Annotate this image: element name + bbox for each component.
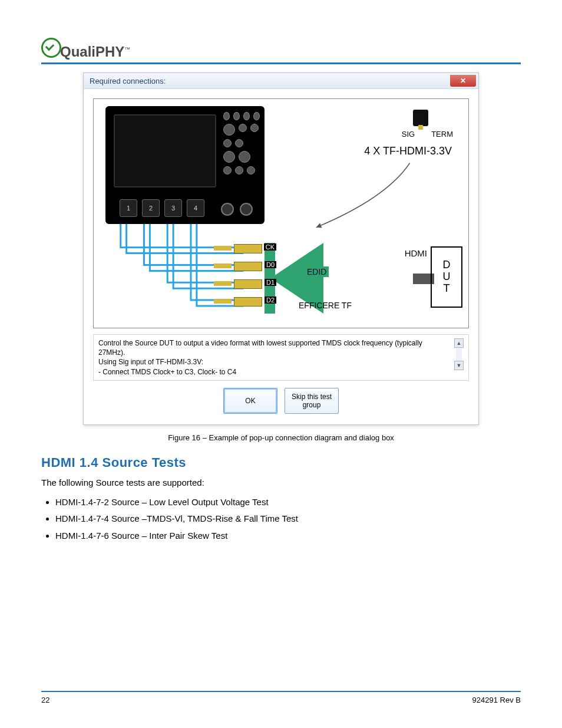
skip-test-group-button[interactable]: Skip this test group bbox=[285, 388, 339, 414]
ok-button[interactable]: OK bbox=[223, 388, 277, 414]
list-item: HDMI-1.4-7-2 Source – Low Level Output V… bbox=[55, 494, 521, 511]
intro-text: The following Source tests are supported… bbox=[41, 476, 521, 489]
probe-pin-labels: SIGTERM bbox=[402, 130, 453, 139]
dut-box: D U T bbox=[431, 246, 462, 308]
scope-ch1: 1 bbox=[120, 199, 137, 217]
logo-icon bbox=[41, 38, 61, 58]
test-list: HDMI-1.4-7-2 Source – Low Level Output V… bbox=[55, 494, 521, 545]
close-button[interactable]: ✕ bbox=[450, 75, 476, 87]
edid-label: EDID bbox=[305, 266, 329, 277]
oscilloscope-icon: 1 2 3 4 bbox=[105, 106, 265, 224]
dialog-title: Required connections: bbox=[90, 77, 166, 85]
instruction-scrollbar[interactable]: ▲ ▼ bbox=[454, 338, 464, 370]
scope-ch3: 3 bbox=[164, 199, 182, 217]
figure-caption: Figure 16 – Example of pop-up connection… bbox=[41, 433, 521, 442]
list-item: HDMI-1.4-7-4 Source –TMDS-Vl, TMDS-Rise … bbox=[55, 510, 521, 528]
scroll-down-icon[interactable]: ▼ bbox=[454, 361, 464, 370]
fixture-name: EFFICERE TF bbox=[299, 301, 352, 310]
dialog-titlebar: Required connections: ✕ bbox=[84, 73, 478, 88]
page-footer: 22 924291 Rev B bbox=[41, 691, 521, 704]
instruction-text: Control the Source DUT to output a video… bbox=[98, 338, 451, 377]
scope-ch4: 4 bbox=[187, 199, 204, 217]
scope-ch2: 2 bbox=[142, 199, 160, 217]
probe-title: 4 X TF-HDMI-3.3V bbox=[364, 145, 452, 157]
brand-name: QualiPHY™ bbox=[60, 44, 130, 60]
connection-dialog: Required connections: ✕ 1 2 bbox=[83, 73, 479, 425]
connection-diagram: 1 2 3 4 SIGTERM 4 X TF-HDMI-3.3V bbox=[93, 98, 469, 328]
hdmi-label: HDMI bbox=[405, 248, 427, 258]
instruction-pane: Control the Source DUT to output a video… bbox=[93, 334, 469, 381]
list-item: HDMI-1.4-7-6 Source – Inter Pair Skew Te… bbox=[55, 528, 521, 545]
scroll-up-icon[interactable]: ▲ bbox=[454, 338, 464, 348]
doc-revision: 924291 Rev B bbox=[472, 696, 521, 704]
header-rule bbox=[41, 62, 521, 64]
test-fixture: CK D0 D1 D2 EDID EFFICERE TF bbox=[240, 243, 411, 314]
probe-icon bbox=[413, 110, 428, 126]
section-heading: HDMI 1.4 Source Tests bbox=[41, 455, 521, 470]
brand-logo: QualiPHY™ bbox=[41, 29, 521, 60]
page-number: 22 bbox=[41, 696, 49, 704]
close-icon: ✕ bbox=[460, 77, 466, 85]
